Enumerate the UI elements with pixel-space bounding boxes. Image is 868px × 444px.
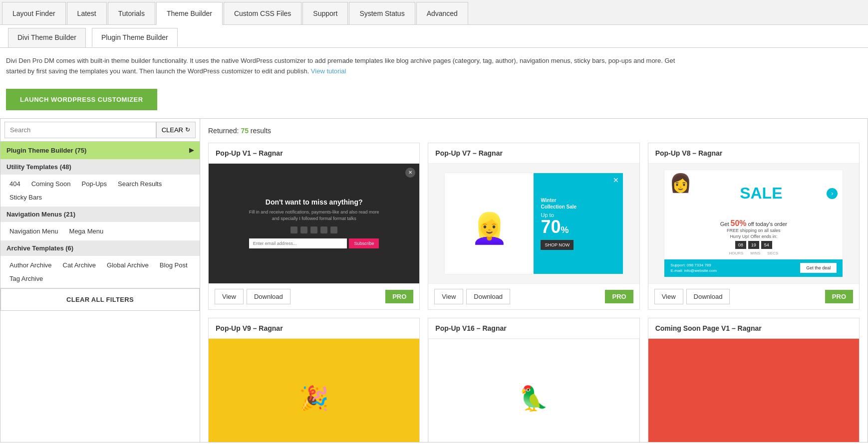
search-input[interactable] bbox=[4, 122, 156, 138]
template-preview-popup-v16: 🦜 bbox=[428, 339, 639, 443]
tab-plugin-theme-builder[interactable]: Plugin Theme Builder bbox=[92, 28, 178, 47]
filter-item-mega-menu[interactable]: Mega Menu bbox=[64, 225, 109, 237]
filter-item-coming-soon[interactable]: Coming Soon bbox=[26, 178, 76, 190]
view-popup-v1-button[interactable]: View bbox=[215, 289, 244, 304]
filter-group-plugin-theme-builder-label: Plugin Theme Builder (75) bbox=[6, 147, 86, 154]
timer-mins: 19 bbox=[748, 241, 759, 249]
view-popup-v7-button[interactable]: View bbox=[434, 289, 463, 304]
template-card-popup-v7: Pop-Up V7 – Ragnar 👱‍♀️ WinterCollection… bbox=[428, 143, 639, 310]
download-popup-v8-button[interactable]: Download bbox=[686, 289, 730, 304]
clear-label: CLEAR bbox=[162, 126, 183, 134]
tab-layout-finder[interactable]: Layout Finder bbox=[2, 2, 66, 24]
social-icon bbox=[290, 226, 297, 233]
tab-support[interactable]: Support bbox=[302, 2, 348, 24]
pv1-content: Don't want to miss anything? Fill in and… bbox=[244, 193, 384, 253]
tab-divi-theme-builder[interactable]: Divi Theme Builder bbox=[8, 28, 86, 47]
top-tabs-bar: Layout Finder Latest Tutorials Theme Bui… bbox=[0, 0, 868, 25]
filter-group-plugin-theme-builder-header[interactable]: Plugin Theme Builder (75) ▶ bbox=[0, 142, 200, 159]
tab-custom-css-files[interactable]: Custom CSS Files bbox=[224, 2, 301, 24]
pv16-bg: 🦜 bbox=[428, 339, 639, 443]
content-area: Returned: 75 results Pop-Up V1 – Ragnar … bbox=[200, 118, 868, 443]
filter-item-tag-archive[interactable]: Tag Archive bbox=[4, 272, 48, 285]
template-title-popup-v7: Pop-Up V7 – Ragnar bbox=[428, 143, 639, 164]
tab-theme-builder[interactable]: Theme Builder bbox=[156, 2, 223, 25]
social-icon bbox=[300, 226, 307, 233]
tab-latest[interactable]: Latest bbox=[67, 2, 107, 24]
template-title-popup-v8: Pop-Up V8 – Ragnar bbox=[648, 143, 859, 164]
pro-badge-popup-v7: PRO bbox=[605, 290, 633, 303]
pv8-info: Get 50% off today's order FREE shipping … bbox=[664, 217, 843, 257]
preview-close-icon: ✕ bbox=[405, 168, 415, 178]
template-grid: Pop-Up V1 – Ragnar ✕ Don't want to miss … bbox=[208, 143, 860, 443]
tab-system-status[interactable]: System Status bbox=[349, 2, 415, 24]
results-suffix: results bbox=[249, 127, 271, 135]
subgroup-navigation-menus-header: Navigation Menus (21) bbox=[0, 207, 200, 222]
clear-search-button[interactable]: CLEAR ↻ bbox=[156, 122, 196, 138]
page-description: Divi Den Pro DM comes with built-in them… bbox=[0, 48, 699, 85]
pro-badge-popup-v1: PRO bbox=[385, 290, 413, 303]
social-icon bbox=[310, 226, 317, 233]
utility-templates-items: 404 Coming Soon Pop-Ups Search Results S… bbox=[0, 175, 200, 207]
pv8-support-text: Support: 098 7334 789E-mail: info@websit… bbox=[670, 262, 717, 273]
social-icon bbox=[330, 226, 337, 233]
template-title-popup-v1: Pop-Up V1 – Ragnar bbox=[209, 143, 419, 164]
filter-item-global-archive[interactable]: Global Archive bbox=[102, 259, 154, 271]
filter-item-sticky-bars[interactable]: Sticky Bars bbox=[4, 191, 47, 204]
results-header: Returned: 75 results bbox=[208, 127, 860, 135]
pv8-sale-label: SALE bbox=[740, 184, 782, 203]
subgroup-utility-templates-header: Utility Templates (48) bbox=[0, 159, 200, 175]
pv7-image-area: 👱‍♀️ bbox=[445, 173, 534, 274]
filter-item-pop-ups[interactable]: Pop-Ups bbox=[76, 178, 112, 190]
launch-wordpress-customizer-button[interactable]: LAUNCH WORDPRESS CUSTOMIZER bbox=[6, 89, 157, 110]
timer-hours: 08 bbox=[735, 241, 746, 249]
download-popup-v1-button[interactable]: Download bbox=[247, 289, 290, 304]
filter-item-navigation-menu[interactable]: Navigation Menu bbox=[4, 225, 63, 237]
pro-badge-popup-v8: PRO bbox=[825, 290, 853, 303]
filter-item-search-results[interactable]: Search Results bbox=[113, 178, 167, 190]
filter-group-plugin-theme-builder: Plugin Theme Builder (75) ▶ Utility Temp… bbox=[0, 142, 200, 288]
pv1-subscribe-button[interactable]: Subscribe bbox=[349, 238, 379, 248]
template-card-popup-v9: Pop-Up V9 – Ragnar 🎉 View Download PRO bbox=[208, 318, 420, 443]
pv7-shop-button[interactable]: SHOP NOW bbox=[541, 240, 574, 250]
filter-item-cat-archive[interactable]: Cat Archive bbox=[58, 259, 101, 271]
template-preview-popup-v7: 👱‍♀️ WinterCollection Sale Up to 70% SHO… bbox=[428, 164, 639, 283]
pv8-timer: 08 19 54 bbox=[670, 241, 837, 249]
main-layout: CLEAR ↻ Plugin Theme Builder (75) ▶ Util… bbox=[0, 118, 868, 443]
view-tutorial-link[interactable]: View tutorial bbox=[311, 67, 346, 75]
download-popup-v7-button[interactable]: Download bbox=[466, 289, 510, 304]
template-card-coming-soon-v1: Coming Soon Page V1 – Ragnar View Downlo… bbox=[648, 318, 860, 443]
template-actions-popup-v1: View Download PRO bbox=[209, 283, 419, 309]
subgroup-archive-templates-header: Archive Templates (6) bbox=[0, 240, 200, 256]
template-card-popup-v16: Pop-Up V16 – Ragnar 🦜 View Download PRO bbox=[428, 318, 639, 443]
pv7-text: WinterCollection Sale Up to 70% SHOP NOW bbox=[534, 173, 622, 274]
template-actions-popup-v8: View Download PRO bbox=[648, 283, 859, 309]
template-preview-coming-soon-v1 bbox=[648, 339, 859, 443]
archive-templates-items: Author Archive Cat Archive Global Archiv… bbox=[0, 256, 200, 288]
tab-tutorials[interactable]: Tutorials bbox=[108, 2, 155, 24]
view-popup-v8-button[interactable]: View bbox=[654, 289, 683, 304]
navigation-menus-items: Navigation Menu Mega Menu bbox=[0, 222, 200, 240]
results-prefix: Returned: bbox=[208, 127, 241, 135]
social-icon bbox=[320, 226, 327, 233]
pv7-close-icon[interactable]: ✕ bbox=[613, 176, 619, 184]
pv9-icon: 🎉 bbox=[299, 385, 329, 413]
arrow-right-icon: ▶ bbox=[189, 147, 194, 154]
sidebar: CLEAR ↻ Plugin Theme Builder (75) ▶ Util… bbox=[0, 118, 200, 443]
pv8-person-icon: 👩 bbox=[669, 173, 692, 194]
template-title-coming-soon-v1: Coming Soon Page V1 – Ragnar bbox=[648, 318, 859, 339]
filter-item-404[interactable]: 404 bbox=[4, 178, 25, 190]
template-preview-popup-v1: ✕ Don't want to miss anything? Fill in a… bbox=[209, 164, 419, 283]
sub-tabs-bar: Divi Theme Builder Plugin Theme Builder bbox=[0, 25, 868, 48]
coming-soon-bg bbox=[648, 339, 859, 443]
results-count: 75 bbox=[241, 127, 249, 135]
template-title-popup-v9: Pop-Up V9 – Ragnar bbox=[209, 318, 419, 339]
pv1-email-input[interactable] bbox=[249, 238, 347, 248]
filter-item-blog-post[interactable]: Blog Post bbox=[155, 259, 193, 271]
clear-all-filters-button[interactable]: CLEAR ALL FILTERS bbox=[0, 288, 200, 311]
pv8-get-deal-button[interactable]: Get the deal bbox=[800, 263, 837, 273]
tab-advanced[interactable]: Advanced bbox=[416, 2, 468, 24]
filter-item-author-archive[interactable]: Author Archive bbox=[4, 259, 57, 271]
template-preview-popup-v8: 👩 SALE › Get 50% off today's order FREE … bbox=[648, 164, 859, 283]
template-actions-popup-v7: View Download PRO bbox=[428, 283, 639, 309]
template-title-popup-v16: Pop-Up V16 – Ragnar bbox=[428, 318, 639, 339]
